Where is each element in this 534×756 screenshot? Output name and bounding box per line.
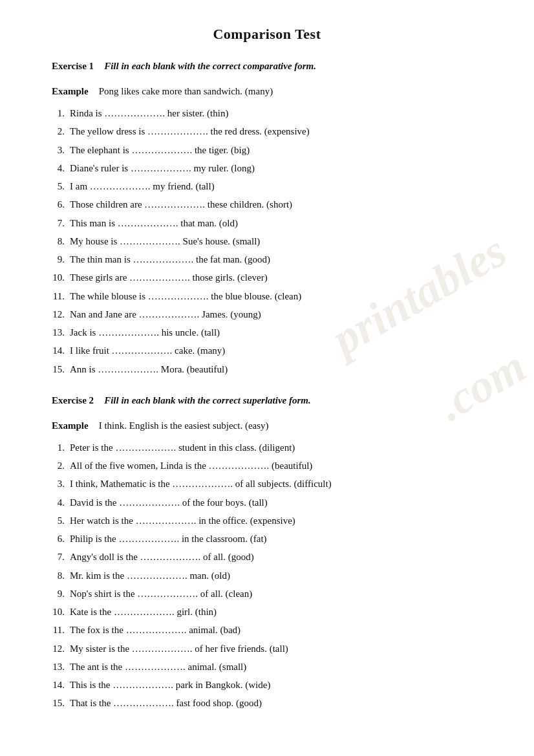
item-text: Philip is the ………………. in the classroom. …	[70, 532, 482, 546]
item-number: 14.	[52, 678, 70, 693]
exercise1-label: Exercise 1	[52, 61, 94, 72]
exercise1-list-item: 15.Ann is ………………. Mora. (beautiful)	[52, 362, 482, 377]
exercise1-example-label: Example	[52, 86, 89, 97]
item-text: I think, Mathematic is the ………………. of al…	[70, 477, 482, 491]
item-text: Peter is the ………………. student in this cla…	[70, 440, 482, 455]
item-text: The elephant is ………………. the tiger. (big)	[70, 143, 482, 158]
item-number: 6.	[52, 532, 70, 546]
item-number: 10.	[52, 270, 70, 285]
exercise2-list-item: 3.I think, Mathematic is the ………………. of …	[52, 477, 482, 491]
exercise1-example: Example Pong likes cake more than sandwi…	[52, 86, 482, 97]
exercise2-label: Exercise 2	[52, 395, 94, 406]
exercise2-example-label: Example	[52, 420, 89, 431]
item-text: Kate is the ………………. girl. (thin)	[70, 605, 482, 620]
exercise1-list: 1.Rinda is ………………. her sister. (thin)2.T…	[52, 106, 482, 377]
exercise1-list-item: 3.The elephant is ………………. the tiger. (bi…	[52, 143, 482, 158]
item-text: The yellow dress is ………………. the red dres…	[70, 124, 482, 139]
exercise2-list-item: 10.Kate is the ………………. girl. (thin)	[52, 605, 482, 620]
item-text: Jack is ………………. his uncle. (tall)	[70, 325, 482, 340]
item-text: The thin man is ………………. the fat man. (go…	[70, 252, 482, 267]
exercise1-header: Exercise 1 Fill in each blank with the c…	[52, 61, 482, 72]
item-number: 5.	[52, 513, 70, 528]
exercise1-list-item: 14.I like fruit ………………. cake. (many)	[52, 343, 482, 358]
exercise1-list-item: 11.The while blouse is ………………. the blue …	[52, 289, 482, 304]
item-number: 10.	[52, 605, 70, 620]
item-text: Her watch is the ………………. in the office. …	[70, 513, 482, 528]
exercise2-list-item: 5.Her watch is the ………………. in the office…	[52, 513, 482, 528]
item-text: Those children are ………………. these childre…	[70, 197, 482, 212]
item-text: Mr. kim is the ………………. man. (old)	[70, 568, 482, 583]
exercise1-list-item: 12.Nan and Jane are ………………. James. (youn…	[52, 307, 482, 322]
exercise2-list-item: 8.Mr. kim is the ………………. man. (old)	[52, 568, 482, 583]
exercise1-list-item: 1.Rinda is ………………. her sister. (thin)	[52, 106, 482, 121]
exercise1-list-item: 2.The yellow dress is ………………. the red dr…	[52, 124, 482, 139]
item-number: 8.	[52, 234, 70, 249]
exercise2-list-item: 2.All of the five women, Linda is the ………	[52, 459, 482, 473]
item-text: Rinda is ………………. her sister. (thin)	[70, 106, 482, 121]
exercise2-list-item: 11.The fox is the ………………. animal. (bad)	[52, 623, 482, 638]
exercise2-list-item: 7.Angy's doll is the ………………. of all. (go…	[52, 550, 482, 565]
exercise2-instruction: Fill in each blank with the correct supe…	[104, 395, 311, 406]
item-text: Nop's shirt is the ………………. of all. (clea…	[70, 587, 482, 601]
exercise2-list-item: 6.Philip is the ………………. in the classroom…	[52, 532, 482, 546]
exercise1-list-item: 10.These girls are ………………. those girls. …	[52, 270, 482, 285]
exercise2-list-item: 13.The ant is the ………………. animal. (small…	[52, 660, 482, 675]
item-number: 3.	[52, 477, 70, 491]
item-text: This is the ………………. park in Bangkok. (wi…	[70, 678, 482, 693]
item-text: I like fruit ………………. cake. (many)	[70, 343, 482, 358]
exercise1-list-item: 8.My house is ………………. Sue's house. (smal…	[52, 234, 482, 249]
item-number: 11.	[52, 289, 70, 304]
item-number: 9.	[52, 252, 70, 267]
item-text: This man is ………………. that man. (old)	[70, 216, 482, 231]
exercise1-list-item: 4.Diane's ruler is ………………. my ruler. (lo…	[52, 161, 482, 176]
item-number: 12.	[52, 642, 70, 656]
exercise2-header: Exercise 2 Fill in each blank with the c…	[52, 395, 482, 406]
item-text: David is the ………………. of the four boys. (…	[70, 495, 482, 510]
item-number: 4.	[52, 495, 70, 510]
exercise1-instruction: Fill in each blank with the correct comp…	[104, 61, 316, 72]
item-number: 12.	[52, 307, 70, 322]
item-number: 8.	[52, 568, 70, 583]
page-title: Comparison Test	[52, 26, 482, 43]
item-text: All of the five women, Linda is the ……………	[70, 459, 482, 473]
exercise2-list-item: 9.Nop's shirt is the ………………. of all. (cl…	[52, 587, 482, 601]
item-text: That is the ………………. fast food shop. (goo…	[70, 696, 482, 711]
item-text: Ann is ………………. Mora. (beautiful)	[70, 362, 482, 377]
exercise2-list-item: 14.This is the ………………. park in Bangkok. …	[52, 678, 482, 693]
exercise2-example: Example I think. English is the easiest …	[52, 420, 482, 431]
item-text: My house is ………………. Sue's house. (small)	[70, 234, 482, 249]
item-number: 7.	[52, 550, 70, 565]
item-number: 4.	[52, 161, 70, 176]
exercise1-list-item: 7.This man is ………………. that man. (old)	[52, 216, 482, 231]
item-number: 7.	[52, 216, 70, 231]
item-text: Angy's doll is the ………………. of all. (good…	[70, 550, 482, 565]
item-number: 9.	[52, 587, 70, 601]
exercise2-list-item: 12.My sister is the ………………. of her five …	[52, 642, 482, 656]
item-number: 11.	[52, 623, 70, 638]
item-text: The ant is the ………………. animal. (small)	[70, 660, 482, 675]
exercise2-list-item: 4.David is the ………………. of the four boys.…	[52, 495, 482, 510]
item-number: 2.	[52, 459, 70, 473]
item-number: 2.	[52, 124, 70, 139]
item-text: The fox is the ………………. animal. (bad)	[70, 623, 482, 638]
exercise1-list-item: 6.Those children are ………………. these child…	[52, 197, 482, 212]
item-number: 1.	[52, 440, 70, 455]
exercise1-list-item: 13.Jack is ………………. his uncle. (tall)	[52, 325, 482, 340]
item-text: I am ………………. my friend. (tall)	[70, 179, 482, 194]
item-number: 15.	[52, 362, 70, 377]
exercise1-list-item: 9.The thin man is ………………. the fat man. (…	[52, 252, 482, 267]
exercise2-list-item: 1.Peter is the ………………. student in this c…	[52, 440, 482, 455]
exercise2-list-item: 15.That is the ………………. fast food shop. (…	[52, 696, 482, 711]
exercise1-example-text: Pong likes cake more than sandwich. (man…	[99, 86, 273, 97]
item-number: 14.	[52, 343, 70, 358]
item-number: 1.	[52, 106, 70, 121]
exercise1-list-item: 5.I am ………………. my friend. (tall)	[52, 179, 482, 194]
item-text: Nan and Jane are ………………. James. (young)	[70, 307, 482, 322]
item-number: 13.	[52, 325, 70, 340]
item-text: Diane's ruler is ………………. my ruler. (long…	[70, 161, 482, 176]
item-number: 3.	[52, 143, 70, 158]
exercise2-list: 1.Peter is the ………………. student in this c…	[52, 440, 482, 711]
item-number: 13.	[52, 660, 70, 675]
item-number: 6.	[52, 197, 70, 212]
item-number: 5.	[52, 179, 70, 194]
